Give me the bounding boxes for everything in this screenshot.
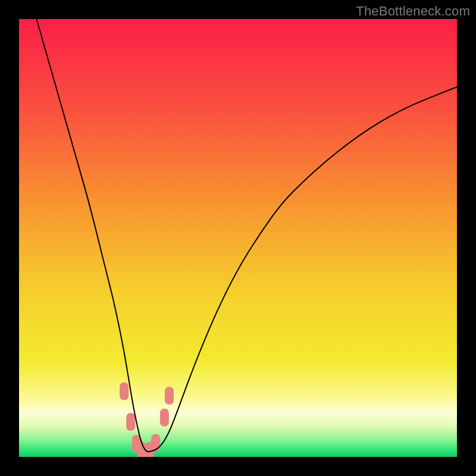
- curve-marker: [165, 387, 174, 405]
- chart-svg: [19, 19, 457, 457]
- plot-area: [19, 19, 457, 457]
- watermark-text: TheBottleneck.com: [356, 4, 470, 19]
- gradient-background: [19, 19, 457, 457]
- curve-marker: [126, 413, 135, 431]
- chart-frame: TheBottleneck.com: [0, 0, 476, 476]
- curve-marker: [120, 383, 129, 400]
- curve-marker: [160, 409, 169, 427]
